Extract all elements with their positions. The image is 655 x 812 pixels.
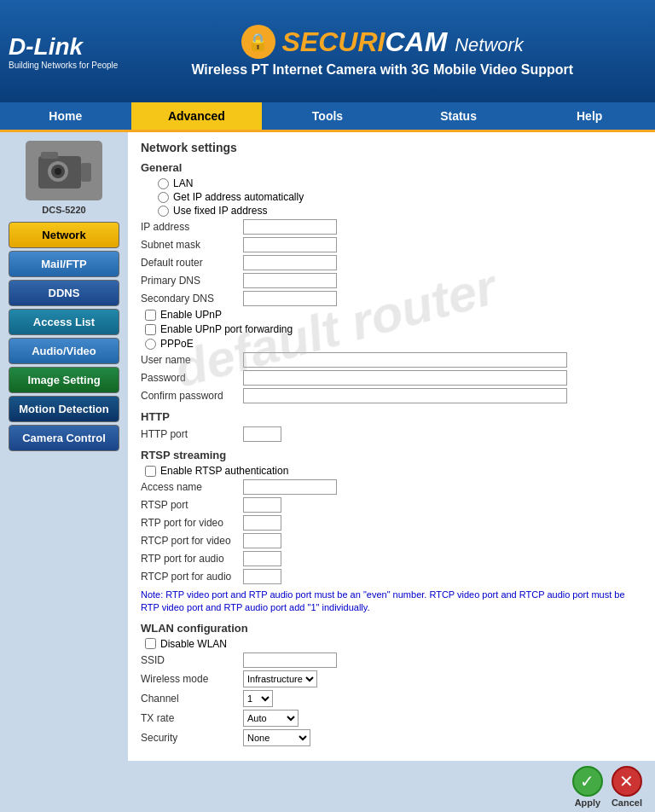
nav-tools[interactable]: Tools bbox=[262, 102, 393, 130]
upnp-row: Enable UPnP bbox=[145, 309, 642, 321]
primary-dns-input[interactable] bbox=[243, 273, 337, 288]
subnet-mask-label: Subnet mask bbox=[141, 239, 243, 251]
securicam-cam: CAM bbox=[385, 26, 447, 57]
apply-button[interactable]: ✓ Apply bbox=[572, 766, 603, 808]
rtsp-auth-checkbox[interactable] bbox=[145, 466, 156, 477]
camera-model-label: DCS-5220 bbox=[4, 205, 124, 215]
upnp-port-label: Enable UPnP port forwarding bbox=[160, 323, 293, 335]
disable-wlan-row: Disable WLAN bbox=[145, 638, 642, 650]
tx-rate-label: TX rate bbox=[141, 712, 243, 724]
ip-address-label: IP address bbox=[141, 221, 243, 233]
nav-help[interactable]: Help bbox=[524, 102, 655, 130]
nav-status[interactable]: Status bbox=[393, 102, 525, 130]
cancel-icon: ✕ bbox=[612, 766, 642, 797]
security-label: Security bbox=[141, 732, 243, 744]
channel-select[interactable]: 1234 5678 91011 bbox=[243, 690, 273, 707]
disable-wlan-checkbox[interactable] bbox=[145, 638, 156, 649]
rtsp-port-input[interactable] bbox=[243, 497, 281, 513]
rtp-video-label: RTP port for video bbox=[141, 517, 243, 529]
security-select[interactable]: NoneWEPWPA-PSKWPA2-PSK bbox=[243, 729, 310, 746]
secondary-dns-label: Secondary DNS bbox=[141, 293, 243, 304]
general-radio-group: LAN Get IP address automatically Use fix… bbox=[158, 177, 642, 217]
username-label: User name bbox=[141, 354, 243, 366]
sidebar-btn-network[interactable]: Network bbox=[9, 222, 119, 248]
default-router-input[interactable] bbox=[243, 255, 337, 270]
http-port-input[interactable] bbox=[243, 426, 281, 442]
pppoe-radio-row: PPPoE bbox=[145, 338, 642, 350]
primary-dns-row: Primary DNS bbox=[141, 273, 642, 288]
rtp-audio-input[interactable] bbox=[243, 551, 281, 566]
access-name-input[interactable] bbox=[243, 479, 337, 495]
logo-area: D-Link Building Networks for People bbox=[9, 33, 118, 70]
primary-dns-label: Primary DNS bbox=[141, 275, 243, 287]
svg-rect-5 bbox=[41, 152, 58, 159]
rtsp-auth-row: Enable RTSP authentication bbox=[145, 465, 642, 477]
logo-sub: Building Networks for People bbox=[9, 61, 118, 70]
footer: ✓ Apply ✕ Cancel bbox=[0, 761, 655, 812]
sidebar-btn-audiovideo[interactable]: Audio/Video bbox=[9, 338, 119, 364]
default-router-label: Default router bbox=[141, 257, 243, 269]
username-input[interactable] bbox=[243, 352, 567, 368]
securicam-logo: 🔒 SECURICAM Network bbox=[118, 25, 646, 59]
tx-rate-select[interactable]: Auto1Mbps2Mbps5.5Mbps11Mbps bbox=[243, 710, 299, 727]
logo-text: D-Link bbox=[9, 33, 83, 61]
rtp-audio-row: RTP port for audio bbox=[141, 551, 642, 566]
sidebar-btn-mailftp[interactable]: Mail/FTP bbox=[9, 251, 119, 277]
sidebar-btn-accesslist[interactable]: Access List bbox=[9, 309, 119, 335]
radio-lan-row: LAN bbox=[158, 177, 642, 189]
sidebar-btn-imagesetting[interactable]: Image Setting bbox=[9, 367, 119, 393]
nav-advanced[interactable]: Advanced bbox=[131, 102, 263, 130]
rtsp-auth-label: Enable RTSP authentication bbox=[160, 465, 288, 477]
upnp-port-checkbox[interactable] bbox=[145, 324, 156, 335]
upnp-checkbox[interactable] bbox=[145, 310, 156, 321]
radio-lan[interactable] bbox=[158, 178, 169, 189]
password-row: Password bbox=[141, 370, 642, 386]
radio-dhcp[interactable] bbox=[158, 192, 169, 203]
wireless-mode-select[interactable]: Infrastructure Ad-hoc bbox=[243, 670, 317, 687]
subnet-mask-input[interactable] bbox=[243, 237, 337, 252]
svg-point-3 bbox=[55, 168, 61, 175]
confirm-password-input[interactable] bbox=[243, 388, 567, 403]
rtp-video-row: RTP port for video bbox=[141, 515, 642, 531]
rtsp-port-row: RTSP port bbox=[141, 497, 642, 513]
rtp-video-input[interactable] bbox=[243, 515, 281, 531]
apply-icon: ✓ bbox=[572, 766, 603, 797]
radio-fixed-row: Use fixed IP address bbox=[158, 205, 642, 217]
access-name-label: Access name bbox=[141, 481, 243, 493]
confirm-password-label: Confirm password bbox=[141, 390, 243, 402]
sidebar-btn-cameracontrol[interactable]: Camera Control bbox=[9, 425, 119, 451]
rtcp-audio-row: RTCP port for audio bbox=[141, 569, 642, 584]
channel-row: Channel 1234 5678 91011 bbox=[141, 690, 642, 707]
nav-home[interactable]: Home bbox=[0, 102, 131, 130]
apply-label: Apply bbox=[575, 798, 601, 808]
ssid-input[interactable] bbox=[243, 652, 337, 668]
radio-fixed[interactable] bbox=[158, 206, 169, 217]
rtp-audio-label: RTP port for audio bbox=[141, 553, 243, 565]
rtcp-audio-input[interactable] bbox=[243, 569, 281, 584]
securicam-icon: 🔒 bbox=[241, 25, 275, 59]
radio-pppoe[interactable] bbox=[145, 339, 156, 350]
upnp-port-row: Enable UPnP port forwarding bbox=[145, 323, 642, 335]
rtsp-port-label: RTSP port bbox=[141, 499, 243, 511]
upnp-label: Enable UPnP bbox=[160, 309, 222, 321]
rtcp-video-row: RTCP port for video bbox=[141, 533, 642, 548]
http-title: HTTP bbox=[141, 410, 642, 423]
camera-image-area bbox=[4, 141, 124, 200]
sidebar-btn-motiondetection[interactable]: Motion Detection bbox=[9, 396, 119, 422]
camera-icon bbox=[26, 141, 102, 200]
svg-rect-4 bbox=[81, 163, 91, 182]
password-input[interactable] bbox=[243, 370, 567, 386]
sidebar-btn-ddns[interactable]: DDNS bbox=[9, 280, 119, 306]
rtcp-video-input[interactable] bbox=[243, 533, 281, 548]
rtcp-video-label: RTCP port for video bbox=[141, 535, 243, 547]
cancel-button[interactable]: ✕ Cancel bbox=[612, 766, 642, 808]
header: D-Link Building Networks for People 🔒 SE… bbox=[0, 0, 655, 102]
ssid-label: SSID bbox=[141, 654, 243, 666]
ip-address-input[interactable] bbox=[243, 219, 337, 235]
rtcp-audio-label: RTCP port for audio bbox=[141, 571, 243, 583]
wlan-title: WLAN configuration bbox=[141, 622, 642, 635]
radio-dhcp-row: Get IP address automatically bbox=[158, 191, 642, 203]
secondary-dns-input[interactable] bbox=[243, 291, 337, 306]
rtsp-note: Note: RTP video port and RTP audio port … bbox=[141, 589, 642, 615]
secondary-dns-row: Secondary DNS bbox=[141, 291, 642, 306]
